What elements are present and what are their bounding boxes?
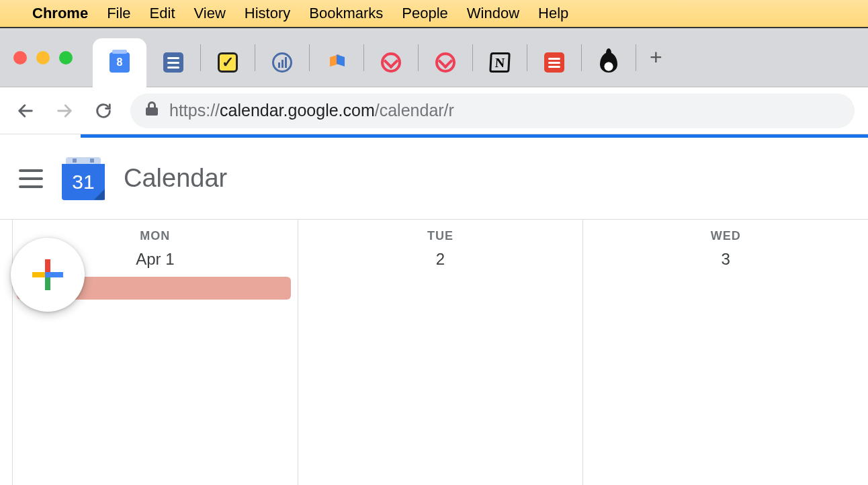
- create-event-button[interactable]: [11, 238, 85, 312]
- window-zoom-button[interactable]: [59, 51, 73, 64]
- pocket-alt-favicon-icon: [435, 52, 456, 73]
- menu-people[interactable]: People: [402, 5, 448, 22]
- window-controls: [13, 51, 73, 64]
- address-bar-input[interactable]: https://calendar.google.com/calendar/r: [130, 93, 855, 128]
- tab-8[interactable]: N: [473, 38, 527, 87]
- url-text: https://calendar.google.com/calendar/r: [169, 101, 454, 120]
- menu-history[interactable]: History: [245, 5, 290, 22]
- main-menu-button[interactable]: [19, 169, 43, 188]
- menu-edit[interactable]: Edit: [150, 5, 175, 22]
- pocket-favicon-icon: [380, 52, 402, 73]
- notion-favicon-icon: N: [489, 52, 511, 73]
- tab-9[interactable]: [527, 38, 581, 87]
- tab-google-calendar[interactable]: 8: [93, 38, 146, 87]
- browser-tab-strip: 8 ✓ N +: [0, 28, 868, 87]
- tab-2[interactable]: [146, 38, 200, 87]
- tab-3[interactable]: ✓: [201, 38, 255, 87]
- menu-app-name[interactable]: Chrome: [32, 5, 88, 22]
- tab-10[interactable]: [582, 38, 636, 87]
- new-tab-button[interactable]: +: [636, 45, 676, 70]
- calendar-column-tue[interactable]: TUE 2: [298, 220, 583, 485]
- hamburger-icon: [19, 169, 43, 172]
- arrow-left-icon: [16, 101, 35, 120]
- date-label[interactable]: 2: [298, 250, 583, 269]
- calendar-column-wed[interactable]: WED 3: [582, 220, 868, 485]
- tab-5[interactable]: [310, 38, 363, 87]
- calendar-week-grid: MON Apr 1 TUE 2 WED 3: [0, 220, 868, 485]
- tab-4[interactable]: [255, 38, 309, 87]
- google-calendar-favicon-icon: 8: [109, 52, 130, 73]
- checkbox-app-favicon-icon: ✓: [217, 52, 238, 73]
- tab-6[interactable]: [364, 38, 418, 87]
- menu-help[interactable]: Help: [538, 5, 568, 22]
- menu-window[interactable]: Window: [467, 5, 519, 22]
- menu-view[interactable]: View: [194, 5, 226, 22]
- chart-app-favicon-icon: [271, 52, 293, 73]
- list-app-favicon-icon: [163, 52, 184, 73]
- google-calendar-logo-icon[interactable]: 31: [62, 157, 105, 200]
- flame-app-favicon-icon: [598, 52, 619, 73]
- cube-app-favicon-icon: [326, 52, 347, 73]
- menu-bookmarks[interactable]: Bookmarks: [309, 5, 383, 22]
- reload-button[interactable]: [91, 99, 116, 123]
- arrow-right-icon: [55, 101, 74, 120]
- page-loading-indicator: [0, 134, 868, 138]
- lock-icon: [145, 101, 159, 121]
- google-plus-icon: [32, 259, 63, 290]
- app-header: 31 Calendar: [0, 138, 868, 220]
- date-label[interactable]: 3: [583, 250, 868, 269]
- window-close-button[interactable]: [13, 51, 27, 64]
- reload-icon: [94, 101, 113, 120]
- back-button[interactable]: [13, 99, 38, 123]
- tab-7[interactable]: [419, 38, 472, 87]
- app-title: Calendar: [124, 164, 227, 193]
- window-minimize-button[interactable]: [36, 51, 50, 64]
- day-of-week-label: WED: [583, 229, 868, 243]
- todoist-favicon-icon: [544, 52, 565, 73]
- day-of-week-label: TUE: [298, 229, 583, 243]
- macos-menubar: Chrome File Edit View History Bookmarks …: [0, 0, 868, 28]
- menu-file[interactable]: File: [107, 5, 130, 22]
- browser-toolbar: https://calendar.google.com/calendar/r: [0, 87, 868, 134]
- forward-button[interactable]: [52, 99, 77, 123]
